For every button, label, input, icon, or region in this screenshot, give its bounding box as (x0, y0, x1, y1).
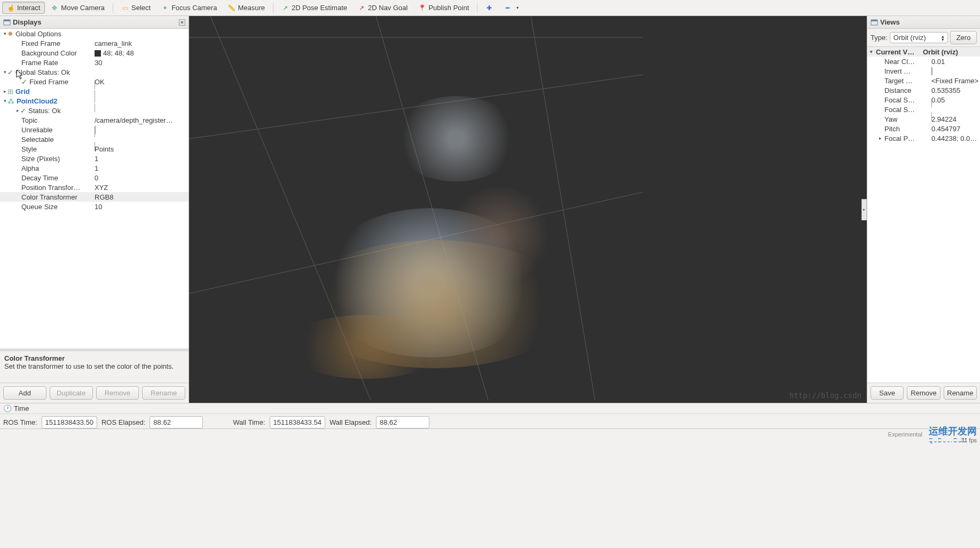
prop-position-transformer[interactable]: Position Transfor… XYZ (0, 182, 189, 192)
prop-value[interactable]: 0.454797 (931, 125, 980, 133)
prop-topic[interactable]: Topic /camera/depth_register… (0, 115, 189, 125)
move-camera-button[interactable]: ✥ Move Camera (46, 2, 109, 14)
prop-label: Selectable (21, 136, 95, 144)
add-display-button[interactable]: Add (3, 386, 46, 400)
prop-value[interactable]: camera_link (95, 39, 189, 47)
prop-target-frame[interactable]: Target … <Fixed Frame> (867, 76, 980, 85)
prop-value[interactable]: RGB8 (95, 193, 189, 201)
prop-value[interactable]: Points (95, 145, 189, 153)
publish-point-button[interactable]: 📍 Publish Point (413, 2, 474, 14)
prop-distance[interactable]: Distance 0.535355 (867, 85, 980, 95)
duplicate-display-button[interactable]: Duplicate (50, 386, 93, 400)
interact-button[interactable]: ☝ Interact (2, 2, 45, 14)
select-button[interactable]: ▭ Select (116, 2, 155, 14)
expander-icon[interactable]: ▾ (2, 69, 7, 75)
expander-icon[interactable]: ▾ (2, 31, 7, 36)
prop-pitch[interactable]: Pitch 0.454797 (867, 124, 980, 133)
focus-camera-label: Focus Camera (171, 4, 217, 12)
zero-button[interactable]: Zero (950, 31, 977, 44)
prop-label: Focal S… (883, 96, 931, 104)
property-description: Color Transformer Set the transformer to… (0, 351, 189, 383)
prop-focal-point[interactable]: ▸ Focal P… 0.44238; 0.04… (867, 133, 980, 143)
prop-background-color[interactable]: Background Color 48; 48; 48 (0, 48, 189, 58)
time-header[interactable]: 🕐 Time (0, 403, 980, 414)
ros-elapsed-field[interactable]: 88.62 (150, 416, 203, 428)
prop-value[interactable]: 0.44238; 0.04… (931, 134, 980, 142)
prop-fixed-frame[interactable]: Fixed Frame camera_link (0, 38, 189, 48)
prop-frame-rate[interactable]: Frame Rate 30 (0, 58, 189, 67)
prop-value[interactable]: XYZ (95, 184, 189, 192)
expander-icon[interactable]: ▾ (867, 49, 875, 54)
add-tool-button[interactable]: ✚ (481, 2, 498, 14)
remove-display-button[interactable]: Remove (96, 386, 139, 400)
views-header[interactable]: Views (867, 16, 980, 29)
prop-decay-time[interactable]: Decay Time 0 (0, 173, 189, 182)
prop-color-transformer[interactable]: Color Transformer RGB8 (0, 192, 189, 202)
prop-alpha[interactable]: Alpha 1 (0, 163, 189, 173)
close-icon[interactable]: × (179, 19, 185, 26)
prop-label: Fixed Frame (29, 78, 95, 86)
prop-label: Position Transfor… (21, 184, 95, 192)
prop-value[interactable]: 48; 48; 48 (95, 49, 189, 57)
prop-value[interactable]: 0.535355 (931, 86, 980, 94)
prop-value[interactable]: 1 (95, 155, 189, 163)
prop-invert[interactable]: Invert … (867, 66, 980, 76)
save-view-button[interactable]: Save (871, 386, 904, 400)
prop-focal-shape-fixed[interactable]: Focal S… (867, 105, 980, 114)
displays-tree[interactable]: ▾ ✹ Global Options Fixed Frame camera_li… (0, 29, 189, 348)
expander-icon[interactable]: ▸ (2, 89, 7, 94)
prop-yaw[interactable]: Yaw 2.94224 (867, 114, 980, 124)
remove-view-button[interactable]: Remove (907, 386, 940, 400)
views-current-row[interactable]: ▾ Current V… Orbit (rviz) (867, 47, 980, 57)
viewport-3d[interactable]: http://blog.csdn (189, 16, 867, 403)
expander-icon[interactable]: ▾ (2, 98, 7, 104)
pose-icon: ↗ (281, 4, 289, 12)
tree-item-global-options[interactable]: ▾ ✹ Global Options (0, 29, 189, 38)
displays-header[interactable]: Displays × (0, 16, 189, 29)
measure-button[interactable]: 📏 Measure (223, 2, 270, 14)
prop-style[interactable]: Style Points (0, 144, 189, 154)
rename-display-button[interactable]: Rename (142, 386, 185, 400)
prop-value[interactable]: 1 (95, 164, 189, 172)
tree-item-pointcloud2[interactable]: ▾ ⁂ PointCloud2 (0, 96, 189, 106)
expander-icon[interactable]: ▸ (15, 108, 20, 113)
chevron-down-icon: ▾ (514, 4, 521, 12)
check-icon: ✓ (7, 68, 13, 76)
tree-item-global-status[interactable]: ▾ ✓ Global Status: Ok (0, 67, 189, 77)
ros-time-field[interactable]: 1511838433.50 (42, 416, 97, 428)
prop-near-clip[interactable]: Near Cl… 0.01 (867, 57, 980, 66)
views-tree[interactable]: ▾ Current V… Orbit (rviz) Near Cl… 0.01 … (867, 47, 980, 383)
tree-label: PointCloud2 (17, 97, 95, 105)
ghost-text: http://blog.csdn (789, 391, 861, 400)
toolbar-separator (273, 3, 273, 13)
prop-selectable[interactable]: Selectable (0, 134, 189, 144)
pose-estimate-button[interactable]: ↗ 2D Pose Estimate (277, 2, 352, 14)
expander-icon[interactable]: ▸ (877, 136, 883, 141)
displays-panel: Displays × ▾ ✹ Global Options Fixed Fram… (0, 16, 189, 403)
prop-value[interactable]: 0 (95, 174, 189, 182)
prop-value[interactable]: 30 (95, 59, 189, 67)
ros-elapsed-label: ROS Elapsed: (101, 418, 145, 426)
prop-label: Background Color (21, 49, 95, 57)
checkbox[interactable] (95, 90, 189, 112)
remove-tool-button[interactable]: ━ ▾ (499, 2, 526, 14)
prop-value[interactable]: 10 (95, 203, 189, 211)
checkbox[interactable] (931, 67, 932, 75)
focus-camera-button[interactable]: ✦ Focus Camera (156, 2, 222, 14)
view-type-select[interactable]: Orbit (rviz) ▴▾ (890, 32, 948, 43)
collapse-right-handle[interactable]: ▸ (861, 199, 867, 220)
nav-goal-button[interactable]: ↗ 2D Nav Goal (353, 2, 412, 14)
wall-time-field[interactable]: 1511838433.54 (270, 416, 325, 428)
prop-value[interactable]: <Fixed Frame> (931, 77, 980, 85)
prop-size-pixels[interactable]: Size (Pixels) 1 (0, 154, 189, 163)
time-panel: 🕐 Time ROS Time: 1511838433.50 ROS Elaps… (0, 403, 980, 428)
rename-view-button[interactable]: Rename (944, 386, 977, 400)
prop-value[interactable]: 2.94224 (931, 115, 980, 123)
wall-elapsed-field[interactable]: 88.62 (376, 416, 429, 428)
tree-label: Global Options (15, 30, 95, 38)
prop-value[interactable]: /camera/depth_register… (95, 116, 189, 124)
measure-icon: 📏 (228, 4, 235, 12)
publish-point-icon: 📍 (418, 4, 426, 12)
prop-queue-size[interactable]: Queue Size 10 (0, 202, 189, 211)
prop-value[interactable]: 0.01 (931, 58, 980, 66)
